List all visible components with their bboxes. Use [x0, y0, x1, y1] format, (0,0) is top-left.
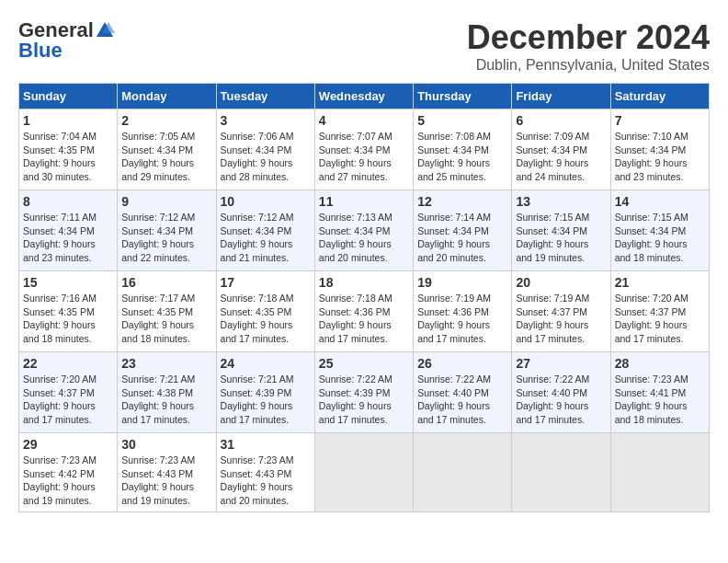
calendar-table: SundayMondayTuesdayWednesdayThursdayFrid… — [18, 83, 710, 512]
day-info: Sunrise: 7:14 AMSunset: 4:34 PMDaylight:… — [417, 211, 507, 265]
day-number: 2 — [121, 113, 211, 128]
calendar-day-cell: 27Sunrise: 7:22 AMSunset: 4:40 PMDayligh… — [512, 352, 610, 433]
day-info: Sunrise: 7:17 AMSunset: 4:35 PMDaylight:… — [121, 292, 211, 346]
calendar-day-cell: 31Sunrise: 7:23 AMSunset: 4:43 PMDayligh… — [216, 433, 314, 512]
day-info: Sunrise: 7:19 AMSunset: 4:37 PMDaylight:… — [516, 292, 606, 346]
calendar-day-cell: 6Sunrise: 7:09 AMSunset: 4:34 PMDaylight… — [512, 109, 610, 190]
day-info: Sunrise: 7:18 AMSunset: 4:35 PMDaylight:… — [221, 292, 311, 346]
day-info: Sunrise: 7:12 AMSunset: 4:34 PMDaylight:… — [221, 211, 311, 265]
day-number: 17 — [221, 275, 311, 290]
day-info: Sunrise: 7:12 AMSunset: 4:34 PMDaylight:… — [121, 211, 211, 265]
day-info: Sunrise: 7:21 AMSunset: 4:39 PMDaylight:… — [221, 373, 311, 427]
calendar-day-cell — [512, 433, 610, 512]
calendar-day-cell: 7Sunrise: 7:10 AMSunset: 4:34 PMDaylight… — [610, 109, 709, 190]
day-number: 8 — [23, 194, 113, 209]
day-number: 13 — [516, 194, 606, 209]
calendar-day-cell: 23Sunrise: 7:21 AMSunset: 4:38 PMDayligh… — [118, 352, 216, 433]
calendar-week-row: 29Sunrise: 7:23 AMSunset: 4:42 PMDayligh… — [19, 433, 710, 512]
day-number: 12 — [417, 194, 507, 209]
calendar-day-cell: 30Sunrise: 7:23 AMSunset: 4:43 PMDayligh… — [118, 433, 216, 512]
calendar-day-cell — [414, 433, 512, 512]
calendar-day-cell: 10Sunrise: 7:12 AMSunset: 4:34 PMDayligh… — [216, 190, 314, 271]
day-number: 11 — [319, 194, 409, 209]
calendar-day-cell: 12Sunrise: 7:14 AMSunset: 4:34 PMDayligh… — [414, 190, 512, 271]
title-block: December 2024 Dublin, Pennsylvania, Unit… — [467, 18, 710, 74]
day-info: Sunrise: 7:23 AMSunset: 4:43 PMDaylight:… — [221, 454, 311, 508]
day-info: Sunrise: 7:23 AMSunset: 4:41 PMDaylight:… — [615, 373, 705, 427]
calendar-day-cell: 17Sunrise: 7:18 AMSunset: 4:35 PMDayligh… — [216, 271, 314, 352]
day-info: Sunrise: 7:22 AMSunset: 4:40 PMDaylight:… — [516, 373, 606, 427]
calendar-day-cell: 25Sunrise: 7:22 AMSunset: 4:39 PMDayligh… — [314, 352, 413, 433]
calendar-day-cell — [610, 433, 709, 512]
calendar-day-cell: 4Sunrise: 7:07 AMSunset: 4:34 PMDaylight… — [314, 109, 413, 190]
day-number: 7 — [615, 113, 705, 128]
day-info: Sunrise: 7:11 AMSunset: 4:34 PMDaylight:… — [23, 211, 113, 265]
main-title: December 2024 — [467, 18, 710, 57]
calendar-day-cell: 18Sunrise: 7:18 AMSunset: 4:36 PMDayligh… — [314, 271, 413, 352]
calendar-day-cell: 16Sunrise: 7:17 AMSunset: 4:35 PMDayligh… — [118, 271, 216, 352]
calendar-day-cell: 20Sunrise: 7:19 AMSunset: 4:37 PMDayligh… — [512, 271, 610, 352]
day-number: 15 — [23, 275, 113, 290]
day-info: Sunrise: 7:07 AMSunset: 4:34 PMDaylight:… — [319, 130, 409, 184]
day-number: 20 — [516, 275, 606, 290]
day-info: Sunrise: 7:23 AMSunset: 4:43 PMDaylight:… — [121, 454, 211, 508]
day-number: 27 — [516, 356, 606, 371]
calendar-day-cell: 5Sunrise: 7:08 AMSunset: 4:34 PMDaylight… — [414, 109, 512, 190]
calendar-day-cell: 2Sunrise: 7:05 AMSunset: 4:34 PMDaylight… — [118, 109, 216, 190]
day-number: 26 — [417, 356, 507, 371]
calendar-day-header: Wednesday — [314, 84, 413, 109]
day-info: Sunrise: 7:19 AMSunset: 4:36 PMDaylight:… — [417, 292, 507, 346]
day-info: Sunrise: 7:15 AMSunset: 4:34 PMDaylight:… — [615, 211, 705, 265]
day-number: 28 — [615, 356, 705, 371]
day-number: 16 — [121, 275, 211, 290]
day-info: Sunrise: 7:22 AMSunset: 4:40 PMDaylight:… — [417, 373, 507, 427]
day-info: Sunrise: 7:22 AMSunset: 4:39 PMDaylight:… — [319, 373, 409, 427]
day-number: 6 — [516, 113, 606, 128]
calendar-day-cell: 9Sunrise: 7:12 AMSunset: 4:34 PMDaylight… — [118, 190, 216, 271]
subtitle: Dublin, Pennsylvania, United States — [467, 57, 710, 74]
day-info: Sunrise: 7:16 AMSunset: 4:35 PMDaylight:… — [23, 292, 113, 346]
calendar-day-cell: 26Sunrise: 7:22 AMSunset: 4:40 PMDayligh… — [414, 352, 512, 433]
day-number: 29 — [23, 437, 113, 452]
calendar-body: 1Sunrise: 7:04 AMSunset: 4:35 PMDaylight… — [19, 109, 710, 512]
day-info: Sunrise: 7:13 AMSunset: 4:34 PMDaylight:… — [319, 211, 409, 265]
calendar-day-cell: 11Sunrise: 7:13 AMSunset: 4:34 PMDayligh… — [314, 190, 413, 271]
day-info: Sunrise: 7:20 AMSunset: 4:37 PMDaylight:… — [23, 373, 113, 427]
day-number: 21 — [615, 275, 705, 290]
day-number: 5 — [417, 113, 507, 128]
day-info: Sunrise: 7:18 AMSunset: 4:36 PMDaylight:… — [319, 292, 409, 346]
day-number: 3 — [221, 113, 311, 128]
calendar-day-cell: 29Sunrise: 7:23 AMSunset: 4:42 PMDayligh… — [19, 433, 118, 512]
calendar-day-cell: 24Sunrise: 7:21 AMSunset: 4:39 PMDayligh… — [216, 352, 314, 433]
day-number: 18 — [319, 275, 409, 290]
day-number: 22 — [23, 356, 113, 371]
calendar-day-cell: 19Sunrise: 7:19 AMSunset: 4:36 PMDayligh… — [414, 271, 512, 352]
calendar-day-cell: 13Sunrise: 7:15 AMSunset: 4:34 PMDayligh… — [512, 190, 610, 271]
calendar-week-row: 8Sunrise: 7:11 AMSunset: 4:34 PMDaylight… — [19, 190, 710, 271]
day-info: Sunrise: 7:10 AMSunset: 4:34 PMDaylight:… — [615, 130, 705, 184]
page-header: General Blue December 2024 Dublin, Penns… — [18, 18, 710, 74]
day-info: Sunrise: 7:04 AMSunset: 4:35 PMDaylight:… — [23, 130, 113, 184]
day-info: Sunrise: 7:20 AMSunset: 4:37 PMDaylight:… — [615, 292, 705, 346]
day-number: 19 — [417, 275, 507, 290]
calendar-day-header: Saturday — [610, 84, 709, 109]
calendar-day-cell: 14Sunrise: 7:15 AMSunset: 4:34 PMDayligh… — [610, 190, 709, 271]
calendar-week-row: 1Sunrise: 7:04 AMSunset: 4:35 PMDaylight… — [19, 109, 710, 190]
day-info: Sunrise: 7:21 AMSunset: 4:38 PMDaylight:… — [121, 373, 211, 427]
day-number: 4 — [319, 113, 409, 128]
day-info: Sunrise: 7:15 AMSunset: 4:34 PMDaylight:… — [516, 211, 606, 265]
calendar-day-header: Thursday — [414, 84, 512, 109]
day-info: Sunrise: 7:09 AMSunset: 4:34 PMDaylight:… — [516, 130, 606, 184]
day-number: 31 — [221, 437, 311, 452]
calendar-day-header: Sunday — [19, 84, 118, 109]
calendar-day-cell: 8Sunrise: 7:11 AMSunset: 4:34 PMDaylight… — [19, 190, 118, 271]
day-info: Sunrise: 7:05 AMSunset: 4:34 PMDaylight:… — [121, 130, 211, 184]
calendar-day-header: Friday — [512, 84, 610, 109]
calendar-day-cell: 3Sunrise: 7:06 AMSunset: 4:34 PMDaylight… — [216, 109, 314, 190]
logo: General Blue — [18, 18, 116, 63]
day-number: 1 — [23, 113, 113, 128]
day-number: 10 — [221, 194, 311, 209]
day-info: Sunrise: 7:06 AMSunset: 4:34 PMDaylight:… — [221, 130, 311, 184]
calendar-day-cell: 21Sunrise: 7:20 AMSunset: 4:37 PMDayligh… — [610, 271, 709, 352]
calendar-day-cell: 1Sunrise: 7:04 AMSunset: 4:35 PMDaylight… — [19, 109, 118, 190]
